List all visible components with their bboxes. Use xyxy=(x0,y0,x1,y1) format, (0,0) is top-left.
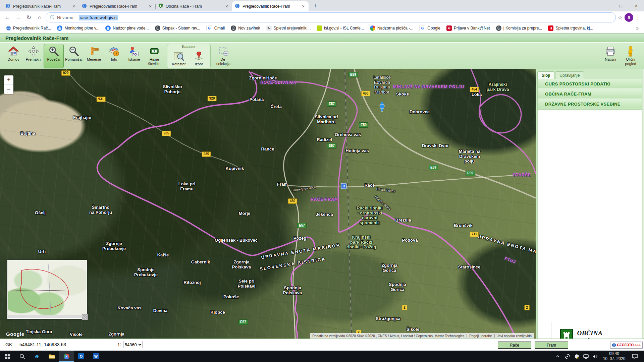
bookmark-star-icon[interactable]: ☆ xyxy=(618,14,623,21)
tray-shield-icon[interactable] xyxy=(572,351,581,362)
ruler-icon xyxy=(88,46,100,57)
toolbar-button-izbor[interactable]: Izbor xyxy=(189,49,209,67)
overview-inset-map[interactable] xyxy=(7,260,87,319)
svg-text:SQL: SQL xyxy=(133,53,138,56)
zoom-in-button[interactable]: + xyxy=(4,75,13,85)
toolbar-button-premakni[interactable]: Premakni xyxy=(23,44,44,68)
toolbar-button-label: Pomanjšaj xyxy=(65,57,82,62)
window-minimize-button[interactable]: − xyxy=(598,0,613,11)
terms-link[interactable]: Pogoji uporabe xyxy=(467,334,494,338)
sidebar-tab-upravljanje[interactable]: Upravljanje xyxy=(555,71,584,79)
bookmark-item[interactable]: Nadzor pitne vode... xyxy=(103,24,151,32)
new-tab-button[interactable]: + xyxy=(311,1,320,11)
report-error-link[interactable]: Javi napako zemljevida xyxy=(495,334,534,338)
browser-tab-2[interactable]: Pregledovalnik Rače-Fram× xyxy=(79,1,156,11)
transit-station-icon[interactable]: B xyxy=(341,183,347,189)
sidebar-tab-sloji[interactable]: Sloji xyxy=(537,71,554,79)
tray-swirl-icon[interactable] xyxy=(563,351,572,362)
tab-close-icon[interactable]: × xyxy=(148,4,153,9)
bookmark-label: Nadzor pitne vode... xyxy=(113,26,149,31)
e-road-shield: E59 xyxy=(429,165,438,170)
toolbar-button-label: Kataster xyxy=(172,62,186,66)
browser-tab-3[interactable]: Občina Rače - Fram× xyxy=(156,1,232,11)
window-close-button[interactable]: × xyxy=(629,0,644,11)
tab-close-icon[interactable]: × xyxy=(301,4,306,9)
toolbar-button-uli-ni-pogled[interactable]: Ulični pogled xyxy=(621,44,641,67)
map-canvas[interactable]: Zgornje HočeHOČE-SLIVNICASlivniško Pohor… xyxy=(0,69,536,339)
taskbar-search-icon[interactable] xyxy=(15,351,30,362)
toolbar-button-pomanj-aj[interactable]: Pomanjšaj xyxy=(64,44,84,68)
deselect-icon xyxy=(218,46,229,57)
bookmark-item[interactable]: Nov zavihek xyxy=(228,24,263,32)
fram-button[interactable]: Fram xyxy=(535,342,568,349)
taskbar-explorer-icon[interactable] xyxy=(44,351,59,362)
toolbar-button-label: Povečaj xyxy=(47,57,60,62)
bookmark-item[interactable]: Monitoring pitne v... xyxy=(54,24,102,32)
toolbar-button-kataster[interactable]: Kataster xyxy=(169,49,189,67)
bookmark-item[interactable]: isl.gov.si - ISL Confe... xyxy=(314,24,367,32)
taskbar-clock[interactable]: 09:40 10. 07. 2020 xyxy=(600,351,628,361)
scale-select[interactable]: 54360 xyxy=(123,341,143,348)
toolbar-button-hi-ne-tevilke[interactable]: 1Hišne številke xyxy=(144,44,164,68)
sidebar-section-header[interactable]: DRŽAVNE PROSTORSKE VSEBINE xyxy=(538,99,642,109)
logo-text-line1: OBČINA xyxy=(577,329,620,337)
taskbar-chrome-icon[interactable] xyxy=(59,351,74,362)
browser-home-button[interactable]: ⌂ xyxy=(35,13,44,22)
profile-avatar[interactable]: 9 xyxy=(625,13,633,22)
toolbar-button-pove-aj[interactable]: Povečaj xyxy=(44,44,64,68)
sidebar-section-header[interactable]: OBČINA RAČE-FRAM xyxy=(538,89,642,99)
action-center-icon[interactable] xyxy=(629,351,641,362)
show-desktop-button[interactable] xyxy=(642,351,644,362)
address-bar[interactable]: ⓘ Ni varno race-fram.webgis.si xyxy=(46,12,616,22)
browser-tab-4[interactable]: Pregledovalnik Rače-Fram× xyxy=(232,1,309,11)
reload-button[interactable]: ↻ xyxy=(24,13,34,22)
bookmark-favicon: G xyxy=(206,25,212,31)
back-button[interactable]: ← xyxy=(3,13,12,22)
url-text[interactable]: race-fram.webgis.si xyxy=(79,15,118,20)
sidebar-section-header[interactable]: GURS PROSTORSKI PODATKI xyxy=(538,79,642,89)
tray-network-icon[interactable] xyxy=(582,351,590,362)
taskbar-outlook-icon[interactable]: O xyxy=(74,351,89,362)
toolbar-button-domov[interactable]: Domov xyxy=(3,44,23,68)
taskbar-start-icon[interactable] xyxy=(0,351,15,362)
tab-close-icon[interactable]: × xyxy=(224,4,229,9)
inset-resize-handle[interactable] xyxy=(82,314,88,320)
window-maximize-button[interactable]: □ xyxy=(613,0,629,11)
toolbar-button-merjenje[interactable]: Merjenje xyxy=(84,44,104,68)
taskbar-word-icon[interactable]: W xyxy=(89,351,103,362)
bookmark-label: Slopak - Sistem rav... xyxy=(162,26,200,31)
bookmarks-overflow-chevron[interactable]: » xyxy=(634,25,641,31)
taskbar-edge-icon[interactable]: e xyxy=(30,351,44,362)
e-road-shield: E59 xyxy=(348,72,358,77)
street-view-marker[interactable] xyxy=(378,102,386,113)
inset-scrollbar[interactable] xyxy=(8,315,87,318)
browser-tab-1[interactable]: Pregledovalnik Rače-Fram× xyxy=(3,1,79,11)
bookmark-favicon xyxy=(105,25,111,31)
bookmark-item[interactable]: | Komisija za prepre... xyxy=(493,24,545,32)
browser-menu-icon[interactable]: ⋮ xyxy=(635,14,641,21)
forward-button[interactable]: → xyxy=(13,13,23,22)
page-info-icon[interactable]: ⓘ xyxy=(50,14,54,20)
geofoto-logo[interactable]: GEOFOTOd.o.o. xyxy=(610,342,643,349)
toolbar-button-iskanje[interactable]: SQLIskanje xyxy=(124,44,144,68)
toolbar-button-info[interactable]: iInfo xyxy=(104,44,124,68)
bookmark-item[interactable]: GGmail xyxy=(204,24,227,32)
tray-volume-icon[interactable] xyxy=(591,351,600,362)
bookmark-item[interactable]: ≋Prijava v Bank@Net xyxy=(444,24,493,32)
bookmark-item[interactable]: GGoogle xyxy=(417,24,443,32)
pin-icon xyxy=(193,50,205,62)
race-button[interactable]: Rače xyxy=(498,342,531,349)
bookmark-item[interactable]: ✎Spletni urejevalnik:... xyxy=(264,24,314,32)
move-icon xyxy=(28,46,39,57)
toolbar-button-natisni[interactable]: Natisni xyxy=(600,44,621,67)
kataster-icon xyxy=(173,50,184,62)
bookmark-label: Monitoring pitne v... xyxy=(64,26,99,31)
tray-chevron-icon[interactable] xyxy=(553,351,562,362)
toolbar-button-de-selekcija[interactable]: De-selekcija xyxy=(213,44,233,68)
bookmark-item[interactable]: Slopak - Sistem rav... xyxy=(152,24,203,32)
zoom-out-button[interactable]: − xyxy=(4,85,13,94)
bookmark-item[interactable]: Nadzorna plošča -... xyxy=(367,24,416,32)
bookmark-item[interactable]: HSpletna trgovina, kj... xyxy=(545,24,596,32)
tab-close-icon[interactable]: × xyxy=(71,4,76,9)
bookmark-item[interactable]: Pregledovalnik Rač... xyxy=(3,25,54,32)
